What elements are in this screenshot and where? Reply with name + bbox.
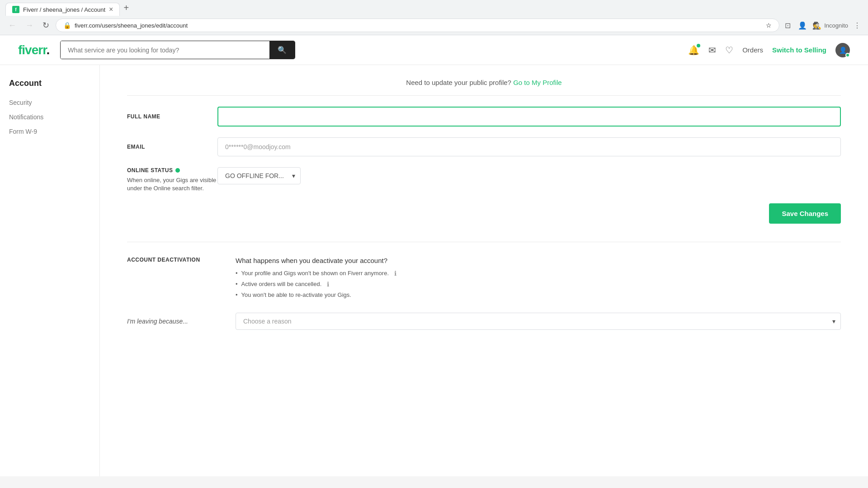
app-header: fiverr. 🔍 🔔 ✉ ♡ Orders Switch to Selling… — [0, 35, 868, 65]
sidebar-item-security[interactable]: Security — [0, 95, 99, 110]
sidebar-item-notifications[interactable]: Notifications — [0, 110, 99, 124]
refresh-button[interactable]: ↻ — [40, 19, 52, 32]
favicon-icon: f — [12, 6, 19, 13]
deactivation-item-0: Your profile and Gigs won't be shown on … — [236, 270, 841, 277]
online-status-label-text: ONLINE STATUS — [127, 167, 173, 174]
notifications-icon[interactable]: 🔔 — [688, 45, 699, 56]
avatar-icon: 👤 — [839, 47, 847, 54]
save-row: Save Changes — [127, 203, 841, 224]
secure-icon: 🔒 — [63, 22, 71, 29]
deactivation-item-2: You won't be able to re-activate your Gi… — [236, 291, 841, 298]
leaving-reason-select[interactable]: Choose a reason I'm not getting enough o… — [236, 313, 841, 330]
menu-button[interactable]: ⋮ — [852, 19, 863, 32]
online-status-desc: When online, your Gigs are visible under… — [127, 176, 217, 192]
offline-select-wrapper: GO OFFLINE FOR... 1 Day 3 Days 7 Days In… — [217, 167, 301, 184]
full-name-input[interactable] — [217, 107, 841, 127]
address-bar[interactable]: 🔒 fiverr.com/users/sheena_jones/edit/acc… — [56, 19, 779, 32]
star-icon[interactable]: ☆ — [766, 22, 772, 29]
search-button[interactable]: 🔍 — [269, 41, 295, 59]
incognito-badge: 🕵️ Incognito — [812, 21, 848, 30]
search-input[interactable] — [61, 41, 269, 59]
offline-select[interactable]: GO OFFLINE FOR... 1 Day 3 Days 7 Days In… — [217, 167, 301, 184]
leaving-label: I'm leaving because... — [127, 318, 236, 325]
main-content: Need to update your public profile? Go t… — [99, 65, 868, 476]
go-to-profile-link[interactable]: Go to My Profile — [513, 79, 562, 86]
switch-selling-link[interactable]: Switch to Selling — [772, 46, 826, 54]
messages-icon[interactable]: ✉ — [708, 45, 716, 56]
tab-title: Fiverr / sheena_jones / Account — [23, 6, 105, 13]
search-bar: 🔍 — [60, 41, 295, 59]
deactivation-info-icon-1[interactable]: ℹ — [327, 281, 329, 288]
full-name-control — [217, 107, 841, 127]
orders-link[interactable]: Orders — [742, 46, 763, 54]
full-name-row: FULL NAME — [127, 107, 841, 127]
section-divider — [127, 242, 841, 242]
fiverr-logo[interactable]: fiverr. — [18, 43, 49, 57]
incognito-label: Incognito — [824, 22, 848, 29]
logo-dot: . — [47, 43, 50, 57]
cast-icon[interactable]: ⊡ — [783, 19, 793, 32]
online-status-control: GO OFFLINE FOR... 1 Day 3 Days 7 Days In… — [217, 167, 841, 184]
online-status-label: ONLINE STATUS — [127, 167, 217, 174]
sidebar-title: Account — [0, 79, 99, 95]
leaving-row: I'm leaving because... Choose a reason I… — [127, 313, 841, 330]
header-actions: 🔔 ✉ ♡ Orders Switch to Selling 👤 — [688, 43, 850, 57]
page-layout: Account Security Notifications Form W-9 … — [0, 65, 868, 476]
url-text: fiverr.com/users/sheena_jones/edit/accou… — [75, 22, 762, 29]
sidebar-item-form-w9[interactable]: Form W-9 — [0, 124, 99, 139]
incognito-icon: 🕵️ — [812, 21, 821, 30]
profile-icon[interactable]: 👤 — [796, 19, 809, 32]
profile-notice-text: Need to update your public profile? — [406, 79, 511, 86]
online-status-label-group: ONLINE STATUS When online, your Gigs are… — [127, 167, 217, 192]
new-tab-button[interactable]: + — [120, 0, 132, 16]
full-name-label: FULL NAME — [127, 113, 217, 120]
deactivation-list: Your profile and Gigs won't be shown on … — [236, 270, 841, 298]
email-input[interactable] — [217, 137, 841, 156]
profile-notice: Need to update your public profile? Go t… — [127, 79, 841, 96]
deactivation-row: ACCOUNT DEACTIVATION What happens when y… — [127, 257, 841, 302]
back-button[interactable]: ← — [5, 19, 19, 32]
deactivation-question: What happens when you deactivate your ac… — [236, 257, 841, 264]
user-avatar[interactable]: 👤 — [835, 43, 850, 57]
favorites-icon[interactable]: ♡ — [725, 45, 733, 56]
email-label: EMAIL — [127, 144, 217, 150]
online-status-dot — [845, 53, 850, 57]
online-status-row: ONLINE STATUS When online, your Gigs are… — [127, 167, 841, 192]
deactivation-label: ACCOUNT DEACTIVATION — [127, 257, 217, 263]
deactivation-info: What happens when you deactivate your ac… — [236, 257, 841, 302]
leaving-select-wrapper: Choose a reason I'm not getting enough o… — [236, 313, 841, 330]
deactivation-item-1: Active orders will be cancelled. ℹ — [236, 281, 841, 288]
save-changes-button[interactable]: Save Changes — [769, 203, 841, 224]
browser-tab[interactable]: f Fiverr / sheena_jones / Account × — [5, 3, 120, 16]
sidebar: Account Security Notifications Form W-9 — [0, 65, 99, 476]
forward-button[interactable]: → — [23, 19, 36, 32]
deactivation-info-icon-0[interactable]: ℹ — [394, 270, 396, 277]
status-dot — [175, 168, 180, 173]
tab-close-button[interactable]: × — [109, 6, 113, 13]
email-control — [217, 137, 841, 156]
notification-dot — [697, 44, 700, 47]
email-row: EMAIL — [127, 137, 841, 156]
